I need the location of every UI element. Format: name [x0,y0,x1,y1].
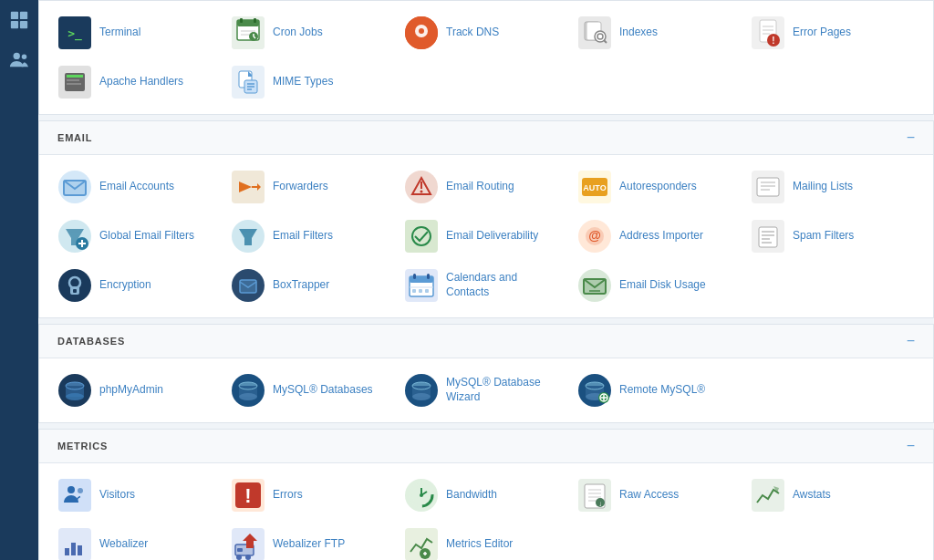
section-databases-title: DATABASES [57,336,125,347]
item-track-dns[interactable]: Track DNS [397,8,570,57]
item-phpmyadmin[interactable]: phpMyAdmin [50,366,223,415]
svg-rect-92 [413,274,416,279]
item-mailing-lists[interactable]: Mailing Lists [743,162,917,212]
svg-text:!: ! [772,36,774,46]
item-visitors[interactable]: Visitors [50,471,223,520]
item-global-email-filters-label: Global Email Filters [99,229,194,244]
item-forwarders[interactable]: Forwarders [223,162,397,212]
item-apache-handlers-label: Apache Handlers [99,75,183,89]
item-indexes-label: Indexes [619,26,658,40]
item-errors-label: Errors [273,488,303,503]
item-address-importer-label: Address Importer [619,229,703,244]
svg-text:@: @ [588,228,601,243]
item-autoresponders[interactable]: AUTO Autoresponders [570,162,743,212]
item-spam-filters[interactable]: Spam Filters [743,212,917,261]
item-webalizer-label: Webalizer [99,537,148,552]
svg-rect-0 [11,12,18,19]
item-apache-handlers[interactable]: Apache Handlers [50,57,223,107]
item-cron-jobs[interactable]: Cron Jobs [223,8,397,57]
users-icon[interactable] [6,47,32,73]
svg-rect-35 [67,75,83,78]
item-email-disk-usage[interactable]: Email Disk Usage [570,261,743,310]
item-mime-types[interactable]: MIME Types [223,57,397,107]
svg-point-106 [66,393,84,400]
item-webalizer-ftp-label: Webalizer FTP [273,537,345,552]
item-metrics-editor-label: Metrics Editor [446,537,513,552]
svg-rect-3 [20,21,27,28]
svg-point-129 [78,488,83,493]
item-email-filters[interactable]: Email Filters [223,212,397,261]
main-content: >_ Terminal [38,0,934,560]
svg-point-157 [236,555,242,560]
item-global-email-filters[interactable]: Global Email Filters [50,212,223,261]
item-error-pages[interactable]: ! Error Pages [743,8,917,57]
item-spam-filters-label: Spam Filters [793,229,854,244]
item-phpmyadmin-label: phpMyAdmin [99,383,163,398]
item-calendars-contacts[interactable]: Calendars and Contacts [397,261,570,310]
item-raw-access-label: Raw Access [619,488,679,503]
item-awstats-label: Awstats [793,488,831,503]
svg-rect-97 [425,289,429,293]
item-remote-mysql-label: Remote MySQL® [619,383,705,398]
item-mysql-databases[interactable]: MySQL® Databases [223,366,397,415]
item-encryption-label: Encryption [99,278,151,293]
section-metrics-header[interactable]: METRICS − [39,430,933,463]
svg-rect-9 [240,18,243,23]
section-email-toggle[interactable]: − [907,130,915,145]
svg-point-18 [419,28,424,34]
item-webalizer-ftp[interactable]: Webalizer FTP [223,520,397,560]
item-remote-mysql[interactable]: Remote MySQL® [570,366,743,415]
svg-text:↓: ↓ [598,500,602,508]
item-encryption[interactable]: Encryption [50,261,223,310]
item-terminal[interactable]: >_ Terminal [50,8,223,57]
item-indexes[interactable]: Indexes [570,8,743,57]
item-boxtrapper[interactable]: BoxTrapper [223,261,397,310]
svg-point-116 [412,393,431,400]
svg-rect-10 [254,18,256,23]
item-email-deliverability[interactable]: Email Deliverability [397,212,570,261]
item-email-deliverability-label: Email Deliverability [446,229,538,244]
svg-point-4 [14,53,20,59]
svg-point-5 [22,55,27,60]
svg-rect-87 [240,280,256,293]
svg-rect-71 [405,220,438,253]
svg-rect-152 [78,545,82,555]
section-databases-header[interactable]: DATABASES − [39,325,933,358]
svg-rect-96 [419,289,422,293]
svg-rect-151 [71,543,76,555]
svg-text:!: ! [244,484,251,507]
item-bandwidth[interactable]: Bandwidth [397,471,570,520]
item-metrics-editor[interactable]: Metrics Editor [397,520,570,560]
item-mysql-wizard[interactable]: MySQL® Database Wizard [397,366,570,415]
pre-section: >_ Terminal [38,0,934,115]
grid-icon[interactable] [6,7,32,33]
item-mailing-lists-label: Mailing Lists [793,180,853,194]
svg-rect-95 [412,289,416,293]
section-databases: DATABASES − phpMyAdmin [38,324,934,423]
section-databases-toggle[interactable]: − [907,334,915,348]
item-calendars-contacts-label: Calendars and Contacts [446,271,563,299]
svg-rect-60 [757,178,779,196]
svg-rect-36 [67,79,79,81]
svg-rect-37 [67,83,81,85]
item-address-importer[interactable]: @ Address Importer [570,212,743,261]
svg-rect-93 [427,274,430,279]
item-errors[interactable]: ! Errors [223,471,397,520]
item-mysql-wizard-label: MySQL® Database Wizard [446,376,563,404]
section-metrics-toggle[interactable]: − [907,439,915,453]
item-forwarders-label: Forwarders [273,180,328,194]
section-metrics: METRICS − Visitors [38,429,934,560]
section-email-header[interactable]: EMAIL − [39,121,933,155]
item-webalizer[interactable]: Webalizer [50,520,223,560]
item-email-accounts[interactable]: Email Accounts [50,162,223,212]
svg-point-158 [245,555,251,560]
item-raw-access[interactable]: ↓ Raw Access [570,471,743,520]
item-awstats[interactable]: Awstats [743,471,917,520]
item-email-routing[interactable]: Email Routing [397,162,570,212]
svg-rect-91 [410,276,433,283]
section-email-items: Email Accounts Forwarders [39,155,933,317]
svg-rect-147 [752,479,784,512]
svg-rect-1 [20,12,27,19]
svg-rect-150 [65,548,69,555]
svg-rect-85 [73,289,77,293]
